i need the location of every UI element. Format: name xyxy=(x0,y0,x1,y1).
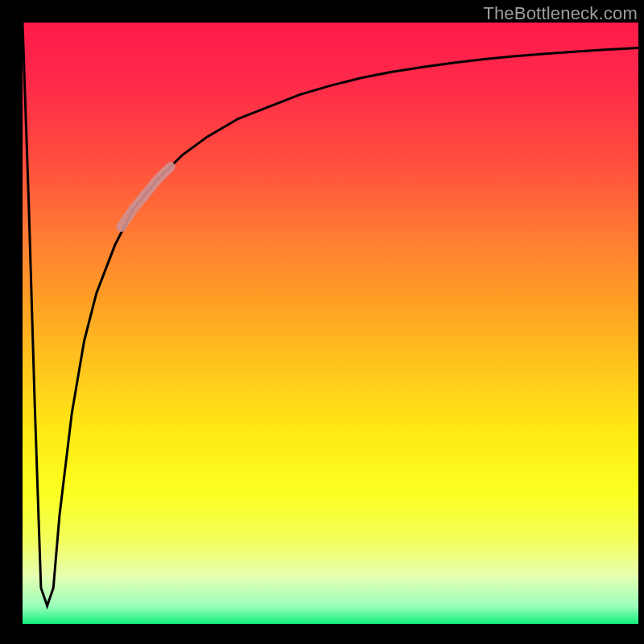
watermark-text: TheBottleneck.com xyxy=(483,3,638,24)
highlight-segment xyxy=(121,167,170,227)
curve-layer xyxy=(23,23,638,624)
plot-area xyxy=(23,23,638,624)
bottleneck-curve xyxy=(23,23,638,606)
chart-frame: TheBottleneck.com xyxy=(0,0,644,644)
